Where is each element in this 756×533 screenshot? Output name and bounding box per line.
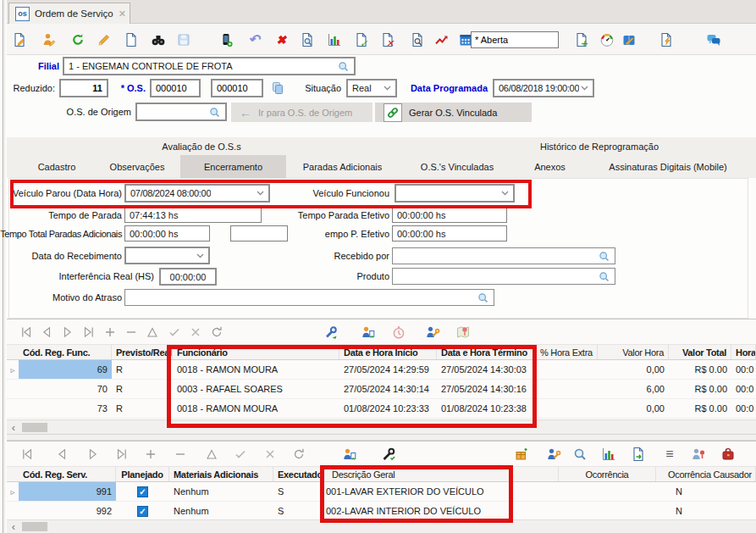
column-header[interactable]: % Hora Extra	[536, 345, 598, 359]
mobile-sync-icon[interactable]	[218, 31, 235, 48]
insert-record-icon[interactable]	[41, 31, 58, 48]
post-icon[interactable]	[166, 324, 183, 341]
row-selector[interactable]	[7, 502, 19, 520]
gauge-icon[interactable]	[599, 31, 615, 48]
column-header[interactable]: Ocorrência Causador	[656, 467, 756, 481]
nav-first-icon[interactable]	[18, 324, 35, 341]
toolbox-icon[interactable]	[720, 446, 737, 463]
edit-row-icon[interactable]	[144, 324, 161, 341]
cell[interactable]: 70	[19, 380, 112, 398]
chart-icon[interactable]	[326, 31, 343, 48]
cell[interactable]	[536, 380, 598, 398]
cell[interactable]: R	[112, 360, 173, 379]
export-document-icon[interactable]	[630, 446, 647, 463]
reduzido-input[interactable]	[59, 79, 108, 97]
cell[interactable]: R$ 0.00	[669, 380, 731, 398]
document-search-icon[interactable]	[409, 31, 426, 48]
cell[interactable]: 0,00	[598, 399, 669, 418]
new-document-icon[interactable]	[123, 31, 140, 48]
add-document-icon[interactable]: +	[573, 31, 590, 48]
column-header[interactable]: Ocorrência	[559, 467, 656, 481]
cell[interactable]: 00:0	[731, 380, 756, 398]
column-header[interactable]: Executado	[273, 467, 322, 481]
column-header[interactable]: Valor Hora	[598, 345, 669, 359]
edit-record-icon[interactable]	[11, 31, 28, 48]
os-number-input[interactable]	[150, 79, 201, 97]
trend-icon[interactable]	[433, 31, 450, 48]
status-filter-input[interactable]	[471, 31, 559, 48]
filial-input[interactable]: 1 - ENGEMAN CONTROLE DE FROTA	[63, 57, 356, 75]
servicos-hscrollbar[interactable]: ‹	[7, 519, 756, 533]
print-preview-icon[interactable]	[299, 31, 316, 48]
nav-last-icon[interactable]	[113, 446, 130, 463]
cell[interactable]: 00:0	[731, 399, 756, 418]
cell[interactable]	[536, 399, 598, 418]
scroll-thumb[interactable]	[22, 522, 47, 531]
nav-next-icon[interactable]	[59, 324, 76, 341]
tab-avaliacao-de-oss[interactable]: Avaliação de O.S.s	[91, 137, 312, 155]
tab-assinaturas-digitais[interactable]: Assinaturas Digitais (Mobile)	[584, 155, 752, 178]
tab-historico-de-reprogramacao[interactable]: Histórico de Reprogramação	[477, 137, 722, 155]
reject-document-icon[interactable]: ✕	[379, 31, 396, 48]
ir-para-os-origem-button[interactable]: ← Ir para O.S. de Origem	[231, 103, 372, 122]
column-header[interactable]: Cód. Reg. Serv.	[19, 467, 116, 481]
scroll-left-icon[interactable]: ‹	[7, 520, 20, 533]
search-icon[interactable]	[477, 291, 489, 304]
cell[interactable]: 27/05/2024 14:30:14	[339, 380, 437, 398]
cell[interactable]: 002-LAVAR INTERIOR DO VEÍCULO	[322, 502, 559, 520]
column-header[interactable]: Previsto/Real	[112, 345, 173, 359]
tab-ordem-de-servico[interactable]: os Ordem de Serviço ✕	[8, 3, 130, 24]
os-origem-input[interactable]	[135, 103, 227, 121]
table-row[interactable]: 73R0018 - RAMON MOURA01/08/2024 10:23:33…	[7, 399, 756, 419]
table-row[interactable]: 70R0003 - RAFAEL SOARES27/05/2024 14:30:…	[7, 380, 756, 399]
cell[interactable]: N	[656, 502, 756, 520]
chat-icon[interactable]	[705, 31, 722, 48]
column-header[interactable]: Valor Total	[669, 345, 731, 359]
cell[interactable]: 27/05/2024 14:29:59	[339, 360, 437, 379]
column-header[interactable]: Planejado	[116, 467, 169, 481]
column-header[interactable]: Data e Hora Término	[437, 345, 536, 359]
data-recebimento-combo[interactable]	[124, 247, 210, 264]
menu-icon[interactable]: ≡	[661, 446, 678, 463]
row-selector[interactable]: ▹	[7, 360, 19, 379]
os-number-input-2[interactable]	[211, 79, 263, 97]
tempo-total-paradas-input[interactable]: 00:00:00 hs	[124, 225, 210, 242]
tab-observacoes[interactable]: Observações	[94, 155, 180, 178]
employee-map-icon[interactable]	[690, 446, 707, 463]
cell[interactable]: R	[112, 380, 173, 398]
nav-prev-icon[interactable]	[38, 324, 55, 341]
log-book-icon[interactable]	[621, 31, 637, 48]
column-header[interactable]: Data e Hora Início	[339, 345, 437, 359]
cell[interactable]: 0018 - RAMON MOURA	[173, 360, 339, 379]
column-header[interactable]: Funcionário	[173, 345, 339, 359]
cell[interactable]: 6,00	[598, 380, 669, 398]
funcionarios-hscrollbar[interactable]: ‹	[7, 419, 756, 434]
interferencia-real-input[interactable]: 00:00:00	[159, 268, 217, 286]
edit-row-icon[interactable]	[203, 446, 220, 463]
veiculo-funcionou-combo[interactable]	[395, 184, 515, 203]
document-flash-icon[interactable]	[658, 31, 675, 48]
add-row-icon[interactable]	[102, 324, 119, 341]
tempo-de-parada-input[interactable]: 07:44:13 hs	[124, 207, 262, 223]
approve-document-icon[interactable]: ✓	[353, 31, 370, 48]
cell[interactable]: 991	[19, 482, 116, 501]
nav-first-icon[interactable]	[19, 446, 36, 463]
cell[interactable]: S	[273, 482, 322, 501]
cell[interactable]: 00:0	[731, 360, 756, 379]
column-header[interactable]: Materiais Adicionais	[169, 467, 273, 481]
veiculo-parou-combo[interactable]: 07/08/2024 08:00:00	[124, 184, 270, 203]
checkbox-checked[interactable]: ✓	[137, 486, 148, 497]
cancel-icon[interactable]	[187, 324, 204, 341]
cell[interactable]: 0003 - RAFAEL SOARES	[173, 380, 339, 398]
row-selector[interactable]	[7, 380, 19, 398]
undo-icon[interactable]: ↶	[246, 31, 262, 48]
data-programada-combo[interactable]: 06/08/2018 19:00:00	[493, 79, 594, 97]
employee-tools-icon[interactable]	[545, 446, 562, 463]
employee-document-icon[interactable]	[360, 324, 377, 341]
nav-next-icon[interactable]	[85, 446, 102, 463]
tempo-p-efetivo-input[interactable]: 00:00:00 hs	[392, 225, 507, 242]
search-icon[interactable]	[208, 106, 221, 119]
tab-cadastro[interactable]: Cadastro	[19, 155, 94, 178]
cell[interactable]: ✓	[116, 482, 169, 501]
cell[interactable]: Nenhum	[169, 502, 273, 520]
